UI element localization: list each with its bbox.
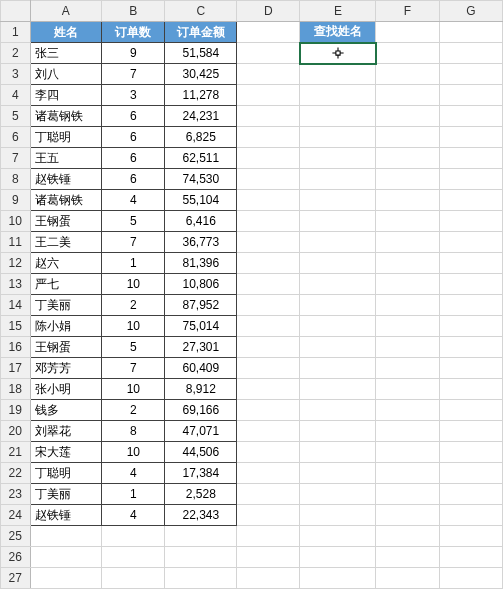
cell-F25[interactable] bbox=[376, 526, 439, 547]
cell-E20[interactable] bbox=[300, 421, 376, 442]
name-cell[interactable]: 丁聪明 bbox=[30, 463, 102, 484]
cell-G23[interactable] bbox=[439, 484, 502, 505]
row-header-22[interactable]: 22 bbox=[1, 463, 31, 484]
orders-cell[interactable]: 3 bbox=[102, 85, 165, 106]
amount-cell[interactable]: 11,278 bbox=[165, 85, 237, 106]
cell-F1[interactable] bbox=[376, 22, 439, 43]
cell-F12[interactable] bbox=[376, 253, 439, 274]
cell-F15[interactable] bbox=[376, 316, 439, 337]
name-cell[interactable]: 刘八 bbox=[30, 64, 102, 85]
row-header-3[interactable]: 3 bbox=[1, 64, 31, 85]
cell-F5[interactable] bbox=[376, 106, 439, 127]
name-cell[interactable]: 宋大莲 bbox=[30, 442, 102, 463]
row-header-11[interactable]: 11 bbox=[1, 232, 31, 253]
name-cell[interactable]: 陈小娟 bbox=[30, 316, 102, 337]
cell-D5[interactable] bbox=[237, 106, 300, 127]
cell-G9[interactable] bbox=[439, 190, 502, 211]
col-header-C[interactable]: C bbox=[165, 1, 237, 22]
cell-F24[interactable] bbox=[376, 505, 439, 526]
orders-cell[interactable]: 9 bbox=[102, 43, 165, 64]
cell-D3[interactable] bbox=[237, 64, 300, 85]
cell-G10[interactable] bbox=[439, 211, 502, 232]
cell-D1[interactable] bbox=[237, 22, 300, 43]
cell-E8[interactable] bbox=[300, 169, 376, 190]
amount-cell[interactable]: 6,416 bbox=[165, 211, 237, 232]
cell-D19[interactable] bbox=[237, 400, 300, 421]
amount-cell[interactable]: 87,952 bbox=[165, 295, 237, 316]
cell-E19[interactable] bbox=[300, 400, 376, 421]
row-header-15[interactable]: 15 bbox=[1, 316, 31, 337]
orders-cell[interactable]: 6 bbox=[102, 148, 165, 169]
amount-cell[interactable]: 22,343 bbox=[165, 505, 237, 526]
cell-F3[interactable] bbox=[376, 64, 439, 85]
amount-cell[interactable]: 51,584 bbox=[165, 43, 237, 64]
active-cell[interactable] bbox=[300, 43, 376, 64]
orders-cell[interactable]: 7 bbox=[102, 232, 165, 253]
cell-G2[interactable] bbox=[439, 43, 502, 64]
row-header-10[interactable]: 10 bbox=[1, 211, 31, 232]
name-cell[interactable]: 赵铁锤 bbox=[30, 169, 102, 190]
cell-E10[interactable] bbox=[300, 211, 376, 232]
cell-D10[interactable] bbox=[237, 211, 300, 232]
cell-C25[interactable] bbox=[165, 526, 237, 547]
orders-cell[interactable]: 10 bbox=[102, 316, 165, 337]
cell-E15[interactable] bbox=[300, 316, 376, 337]
cell-F23[interactable] bbox=[376, 484, 439, 505]
col-header-B[interactable]: B bbox=[102, 1, 165, 22]
orders-cell[interactable]: 8 bbox=[102, 421, 165, 442]
cell-G3[interactable] bbox=[439, 64, 502, 85]
cell-G4[interactable] bbox=[439, 85, 502, 106]
amount-cell[interactable]: 6,825 bbox=[165, 127, 237, 148]
name-cell[interactable]: 邓芳芳 bbox=[30, 358, 102, 379]
cell-D23[interactable] bbox=[237, 484, 300, 505]
cell-G18[interactable] bbox=[439, 379, 502, 400]
cell-D14[interactable] bbox=[237, 295, 300, 316]
cell-D4[interactable] bbox=[237, 85, 300, 106]
cell-A26[interactable] bbox=[30, 547, 102, 568]
row-header-6[interactable]: 6 bbox=[1, 127, 31, 148]
cell-D18[interactable] bbox=[237, 379, 300, 400]
row-header-9[interactable]: 9 bbox=[1, 190, 31, 211]
cell-G26[interactable] bbox=[439, 547, 502, 568]
name-cell[interactable]: 丁聪明 bbox=[30, 127, 102, 148]
row-header-16[interactable]: 16 bbox=[1, 337, 31, 358]
cell-G12[interactable] bbox=[439, 253, 502, 274]
name-cell[interactable]: 张小明 bbox=[30, 379, 102, 400]
amount-cell[interactable]: 8,912 bbox=[165, 379, 237, 400]
cell-C27[interactable] bbox=[165, 568, 237, 589]
cell-B26[interactable] bbox=[102, 547, 165, 568]
name-cell[interactable]: 张三 bbox=[30, 43, 102, 64]
cell-E24[interactable] bbox=[300, 505, 376, 526]
name-cell[interactable]: 严七 bbox=[30, 274, 102, 295]
cell-G8[interactable] bbox=[439, 169, 502, 190]
cell-D15[interactable] bbox=[237, 316, 300, 337]
cell-F2[interactable] bbox=[376, 43, 439, 64]
row-header-5[interactable]: 5 bbox=[1, 106, 31, 127]
cell-G21[interactable] bbox=[439, 442, 502, 463]
cell-F9[interactable] bbox=[376, 190, 439, 211]
cell-C1[interactable]: 订单金额 bbox=[165, 22, 237, 43]
cell-E17[interactable] bbox=[300, 358, 376, 379]
cell-D6[interactable] bbox=[237, 127, 300, 148]
amount-cell[interactable]: 74,530 bbox=[165, 169, 237, 190]
row-header-8[interactable]: 8 bbox=[1, 169, 31, 190]
name-cell[interactable]: 丁美丽 bbox=[30, 484, 102, 505]
cell-D24[interactable] bbox=[237, 505, 300, 526]
cell-E16[interactable] bbox=[300, 337, 376, 358]
cell-E26[interactable] bbox=[300, 547, 376, 568]
cell-A25[interactable] bbox=[30, 526, 102, 547]
cell-D16[interactable] bbox=[237, 337, 300, 358]
cell-F20[interactable] bbox=[376, 421, 439, 442]
row-header-12[interactable]: 12 bbox=[1, 253, 31, 274]
cell-A1[interactable]: 姓名 bbox=[30, 22, 102, 43]
cell-D22[interactable] bbox=[237, 463, 300, 484]
cell-D9[interactable] bbox=[237, 190, 300, 211]
col-header-F[interactable]: F bbox=[376, 1, 439, 22]
cell-F4[interactable] bbox=[376, 85, 439, 106]
cell-D13[interactable] bbox=[237, 274, 300, 295]
cell-B1[interactable]: 订单数 bbox=[102, 22, 165, 43]
orders-cell[interactable]: 7 bbox=[102, 64, 165, 85]
orders-cell[interactable]: 10 bbox=[102, 274, 165, 295]
amount-cell[interactable]: 81,396 bbox=[165, 253, 237, 274]
orders-cell[interactable]: 5 bbox=[102, 337, 165, 358]
